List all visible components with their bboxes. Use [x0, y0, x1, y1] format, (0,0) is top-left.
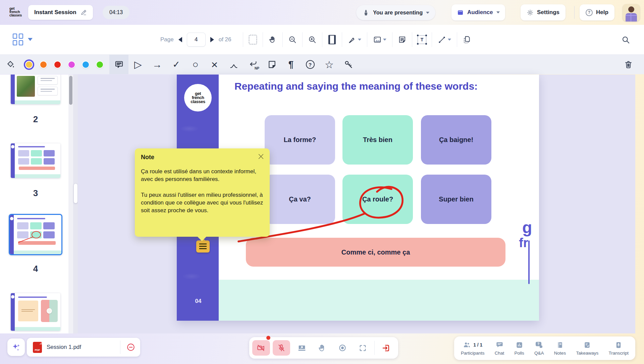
page-number-input[interactable] — [187, 33, 206, 47]
fullscreen-icon — [359, 344, 367, 352]
selection-rect-icon — [249, 35, 257, 44]
play-stamp-tool[interactable]: ▷ — [128, 55, 148, 74]
participants-icon — [463, 341, 471, 349]
sidebar-scrollbar-thumb[interactable] — [69, 76, 72, 105]
fullscreen-button[interactable] — [354, 340, 372, 356]
presenting-dropdown[interactable]: You are presenting — [356, 5, 435, 20]
layout-caret-icon[interactable] — [28, 38, 33, 41]
record-button[interactable] — [334, 340, 352, 356]
panel-takeaways[interactable]: Takeaways — [576, 341, 598, 356]
pan-tool[interactable] — [263, 25, 282, 55]
star-stamp-tool[interactable]: ☆ — [320, 55, 339, 74]
circle-stamp-tool[interactable]: ○ — [186, 55, 205, 74]
slide-thumbnail-2[interactable] — [11, 75, 60, 104]
grid-icon — [13, 34, 23, 45]
pilcrow-stamp-tool[interactable]: ¶ — [281, 55, 301, 74]
mic-off-icon — [277, 344, 286, 352]
pen-tool[interactable] — [342, 25, 367, 55]
question-stamp-tool[interactable]: ? — [301, 55, 320, 74]
panel-participants[interactable]: 1 / 1 Participants — [461, 341, 485, 356]
slide-thumbnail-3[interactable] — [11, 143, 60, 178]
document-pill[interactable]: PDF Session 1.pdf — [27, 338, 140, 357]
raise-hand-icon — [318, 344, 327, 353]
slide-logo-circle: get french classes — [184, 84, 212, 111]
screen-share-icon — [297, 343, 307, 353]
layout-grid-button[interactable] — [13, 34, 33, 45]
panel-notes[interactable]: Notes — [554, 341, 566, 356]
duplicate-page-tool[interactable] — [457, 25, 477, 55]
panel-polls[interactable]: Polls — [515, 341, 524, 356]
color-swatch-green[interactable] — [93, 61, 107, 69]
panel-transcript[interactable]: Transcript — [608, 341, 629, 356]
note-close-icon[interactable] — [256, 152, 266, 161]
color-swatch-red[interactable] — [50, 61, 64, 69]
image-tool[interactable] — [367, 25, 392, 55]
page-note-stamp-tool[interactable] — [262, 55, 281, 74]
comment-stamp-tool[interactable] — [109, 55, 128, 74]
highlighter-icon — [348, 35, 357, 44]
key-stamp-tool[interactable] — [339, 55, 358, 74]
fill-tool[interactable] — [0, 55, 21, 74]
mic-off-button[interactable] — [273, 340, 290, 356]
page-corner-icon — [267, 59, 277, 70]
annotation-toolbar: ▷ → ✓ ○ × NP ¶ ? ☆ — [0, 55, 644, 74]
comment-icon — [114, 59, 124, 70]
banner-comme-ci: Comme ci, comme ça — [246, 238, 505, 267]
side-panels-bar: 1 / 1 Participants Chat Polls ? Q&A — [454, 336, 635, 360]
session-title-pill[interactable]: Instant Session — [28, 5, 93, 20]
avatar[interactable] — [623, 4, 640, 21]
select-tool[interactable] — [243, 25, 263, 55]
raise-hand-button[interactable] — [313, 340, 331, 356]
line-icon — [438, 35, 446, 44]
sidebar-resize-handle[interactable] — [74, 184, 77, 203]
pen-caret-icon[interactable] — [358, 39, 361, 41]
note-title: Note — [141, 154, 154, 161]
slide-page-number: 04 — [192, 298, 205, 305]
word-card-ca-baigne: Ça baigne! — [421, 115, 491, 165]
session-timer: 04:13 — [103, 6, 129, 19]
zoom-in-tool[interactable] — [303, 25, 322, 55]
color-swatch-blue[interactable] — [78, 61, 93, 69]
panel-chat[interactable]: Chat — [495, 341, 504, 356]
ai-assistant-button[interactable] — [7, 338, 25, 356]
screen-share-button[interactable] — [293, 340, 311, 356]
slide-thumbnail-5[interactable] — [11, 293, 60, 331]
settings-button[interactable]: Settings — [521, 4, 566, 20]
arrow-stamp-tool[interactable]: → — [148, 55, 167, 74]
line-caret-icon[interactable] — [448, 39, 451, 41]
leave-session-button[interactable] — [377, 340, 395, 356]
image-caret-icon[interactable] — [383, 39, 386, 41]
remove-document-button[interactable] — [126, 343, 136, 352]
cross-stamp-tool[interactable]: × — [205, 55, 224, 74]
note-tool[interactable] — [392, 25, 412, 55]
text-tool[interactable]: T — [412, 25, 432, 55]
prev-page-button[interactable] — [178, 37, 182, 42]
next-page-button[interactable] — [210, 37, 214, 42]
word-card-super-bien: Super bien — [421, 175, 491, 224]
slide-title: Repeating and saying the meaning of thes… — [234, 81, 496, 92]
insert-caret-stamp-tool[interactable] — [224, 55, 243, 74]
camera-off-button[interactable] — [252, 340, 270, 356]
zoom-out-tool[interactable] — [283, 25, 302, 55]
sticky-note[interactable]: Note Ça roule est utilisé dans un contex… — [135, 148, 270, 237]
new-paragraph-stamp-tool[interactable]: NP — [243, 55, 262, 74]
panel-qa[interactable]: ? Q&A — [534, 341, 544, 356]
note-anchor-marker[interactable] — [196, 240, 210, 253]
help-button[interactable]: ? Help — [580, 4, 614, 20]
camera-status-dot — [266, 336, 270, 340]
check-stamp-tool[interactable]: ✓ — [167, 55, 186, 74]
delete-annotation-button[interactable] — [621, 55, 636, 74]
audience-dropdown[interactable]: Audience — [451, 4, 505, 20]
word-card-la-forme: La forme? — [265, 115, 335, 165]
search-button[interactable] — [619, 34, 633, 46]
color-swatch-orange[interactable] — [36, 61, 50, 69]
slide-thumbnail-4-selected[interactable] — [9, 214, 62, 255]
paint-bucket-icon — [6, 60, 15, 69]
chevron-down-icon — [426, 12, 429, 14]
edit-pencil-icon[interactable] — [80, 9, 87, 16]
fit-page-tool[interactable] — [322, 25, 342, 55]
line-tool[interactable] — [432, 25, 457, 55]
thumbnail-annotation — [10, 215, 61, 254]
color-swatch-yellow[interactable] — [21, 61, 36, 69]
color-swatch-magenta[interactable] — [64, 61, 78, 69]
